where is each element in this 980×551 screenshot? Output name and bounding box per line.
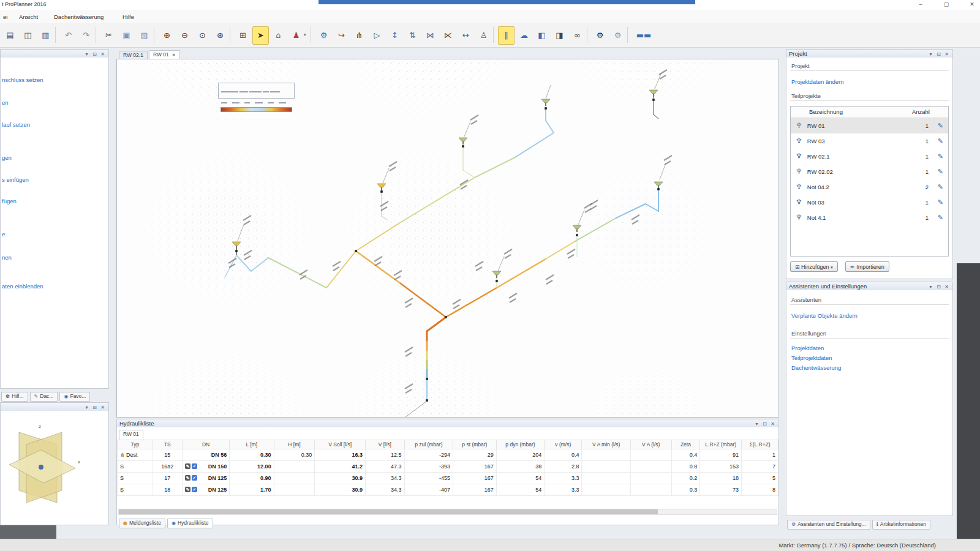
connector-icon[interactable]: ⋈ xyxy=(422,26,439,45)
table-row[interactable]: S16a2✎✓DN 15012.0041.247.3-393167382.80.… xyxy=(118,461,778,473)
teilprojekt-row[interactable]: ♆Not 04.2✎2 xyxy=(791,179,948,195)
outlet-icon[interactable]: ▷ xyxy=(369,26,385,45)
select-cursor-icon[interactable]: ➤ xyxy=(252,26,269,45)
pipe-bend-icon[interactable]: ↪ xyxy=(333,26,350,45)
roof-drain-funnel-icon[interactable] xyxy=(492,271,501,278)
zoom-all-icon[interactable]: ⊛ xyxy=(212,26,228,45)
edit-pencil-icon[interactable]: ✎ xyxy=(938,210,943,225)
maximize-button[interactable]: ▢ xyxy=(936,0,957,9)
menu-item-hilfe[interactable]: Hilfe xyxy=(121,12,136,21)
print-icon[interactable]: ◫ xyxy=(20,26,36,45)
redo-icon[interactable]: ↷ xyxy=(78,26,94,45)
pipe-node-dot[interactable] xyxy=(355,250,357,252)
pipe-segment[interactable] xyxy=(660,163,666,179)
close-button[interactable]: ✕ xyxy=(962,0,980,9)
pipe-segment[interactable] xyxy=(578,210,584,225)
task-link[interactable]: s einfügen xyxy=(2,176,29,183)
save-icon[interactable]: ▤ xyxy=(2,26,18,45)
importieren-button[interactable]: ✒ Importieren xyxy=(845,261,889,272)
einstellung-link[interactable]: Teilprojektdaten xyxy=(791,354,948,361)
doc-export-icon[interactable]: ◧ xyxy=(533,26,550,45)
roof-drain-funnel-icon[interactable] xyxy=(573,225,581,232)
teilprojekt-row[interactable]: ♆RW 02.02✎1 xyxy=(791,164,948,179)
undo-icon[interactable]: ↶ xyxy=(60,26,77,45)
right-footer-tab[interactable]: ⚙Assistenten und Einstellung... xyxy=(787,520,870,530)
table-row[interactable]: S18✎✓DN 1251.7030.934.3-407167543.30.373… xyxy=(118,484,778,496)
zoom-out-icon[interactable]: ⊖ xyxy=(176,26,193,45)
pipe-segment[interactable] xyxy=(654,114,658,119)
pipe-segment[interactable] xyxy=(497,259,546,288)
task-link[interactable]: nen xyxy=(2,254,12,261)
pipe-segment[interactable] xyxy=(427,317,446,331)
pipe-segment[interactable] xyxy=(268,258,326,288)
task-link[interactable]: lauf setzen xyxy=(2,121,30,128)
person-placement-icon[interactable]: ♟ xyxy=(288,26,304,45)
zoom-in-icon[interactable]: ⊕ xyxy=(159,26,175,45)
hinzufuegen-button[interactable]: ⊞ Hinzufügen ▾ xyxy=(790,261,838,272)
zoom-window-icon[interactable]: ⊙ xyxy=(194,26,211,45)
pipe-node-dot[interactable] xyxy=(380,190,383,193)
pipe-segment[interactable] xyxy=(475,157,515,178)
connector-alt-icon[interactable]: ⋉ xyxy=(440,26,456,45)
pipe-segment[interactable] xyxy=(356,251,401,283)
task-link[interactable]: e xyxy=(2,231,5,238)
roof-drain-funnel-icon[interactable] xyxy=(377,184,386,190)
copy-icon[interactable]: ▣ xyxy=(118,26,135,45)
minimize-button[interactable]: – xyxy=(910,0,931,9)
pipe-segment[interactable] xyxy=(400,401,427,417)
edit-pencil-icon[interactable]: ✎ xyxy=(938,164,943,179)
edit-pencil-icon[interactable]: ✎ xyxy=(938,179,943,195)
dropdown-arrow-icon[interactable]: ▾ xyxy=(304,26,310,43)
riser-icon[interactable]: ↕ xyxy=(386,26,403,45)
pipe-segment[interactable] xyxy=(238,225,244,241)
paste-icon[interactable]: ▨ xyxy=(136,26,153,45)
pipe-node-dot[interactable] xyxy=(462,145,464,148)
pipe-segment[interactable] xyxy=(655,74,661,89)
pipe-node-dot[interactable] xyxy=(235,250,238,252)
edit-pencil-icon[interactable]: ✎ xyxy=(938,118,943,133)
footer-tab-hydraulikliste[interactable]: ◉Hydraulikliste xyxy=(167,519,213,528)
pipe-segment[interactable] xyxy=(399,178,475,223)
assistent-link[interactable]: Verplante Objekte ändern xyxy=(791,312,948,319)
pipe-segment[interactable] xyxy=(236,255,251,271)
menu-item-dachentwässerung[interactable]: Dachentwässerung xyxy=(52,12,105,21)
roof-drain-funnel-icon[interactable] xyxy=(541,99,550,106)
table-row[interactable]: S17✎✓DN 1250.9030.934.3-455167543.30.218… xyxy=(118,473,778,484)
pipe-segment[interactable] xyxy=(326,251,356,288)
gear-light-icon[interactable]: ⚙ xyxy=(609,26,626,45)
task-link[interactable]: aten einblenden xyxy=(2,283,43,290)
task-link[interactable]: fügen xyxy=(2,198,17,204)
task-link[interactable]: nschluss setzen xyxy=(2,77,43,83)
wheel-icon[interactable]: ⚙ xyxy=(315,26,332,45)
check-toggle-icon[interactable]: ✓ xyxy=(192,487,197,492)
pipe-segment[interactable] xyxy=(515,133,554,157)
drawing-canvas[interactable] xyxy=(116,59,779,418)
edit-pencil-icon[interactable]: ✎ xyxy=(938,149,943,164)
menu-item-ei[interactable]: ei xyxy=(1,12,9,21)
left-tab-hilf[interactable]: ⚙Hilf... xyxy=(1,392,28,402)
pipe-node-dot[interactable] xyxy=(576,234,578,236)
pipe-segment[interactable] xyxy=(616,204,646,218)
teilprojekt-row[interactable]: ♆RW 01✎1 xyxy=(791,118,948,133)
pipe-node-dot[interactable] xyxy=(657,188,660,190)
task-link[interactable]: en xyxy=(2,99,9,106)
pipe-node-dot[interactable] xyxy=(445,316,447,318)
edit-toggle-icon[interactable]: ✎ xyxy=(185,487,190,492)
pipe-segment[interactable] xyxy=(575,218,616,241)
pipe-segment[interactable] xyxy=(463,170,475,178)
pipe-segment[interactable] xyxy=(383,168,389,183)
pipe-node-dot[interactable] xyxy=(545,107,547,110)
zoom-fit-icon[interactable]: ⊞ xyxy=(235,26,251,45)
left-tab-favo[interactable]: ◉Favo... xyxy=(59,392,90,402)
teilprojekt-row[interactable]: ♆RW 02.1✎1 xyxy=(791,149,948,164)
einstellung-link[interactable]: Projektdaten xyxy=(791,345,948,351)
wide-blue-icon[interactable]: ▬▬ xyxy=(632,26,655,45)
edit-toggle-icon[interactable]: ✎ xyxy=(185,475,190,481)
edit-pencil-icon[interactable]: ✎ xyxy=(938,133,943,149)
cut-icon[interactable]: ✂ xyxy=(100,26,117,45)
pipe-segment[interactable] xyxy=(356,223,399,251)
einstellung-link[interactable]: Dachentwässerung xyxy=(791,364,948,371)
report-icon[interactable]: ▥ xyxy=(37,26,54,45)
teilprojekt-row[interactable]: ♆Not 03✎1 xyxy=(791,195,948,210)
polygon-tool-icon[interactable]: ⌂ xyxy=(270,26,287,45)
